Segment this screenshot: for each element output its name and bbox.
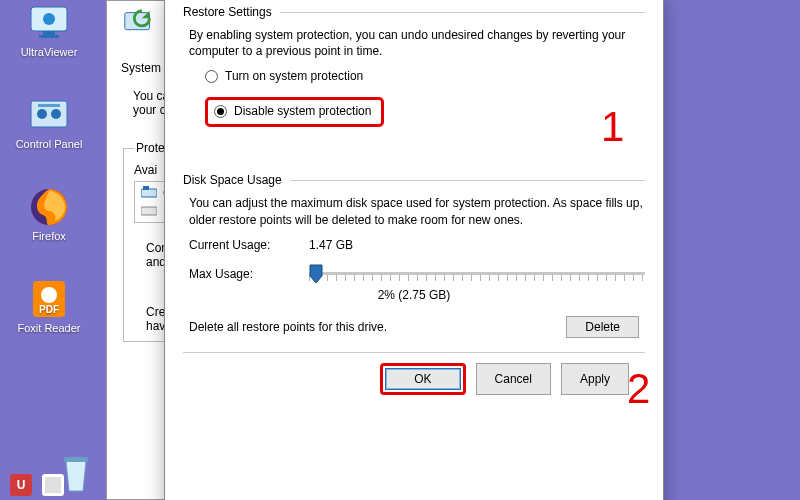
- annotation-marker-2: 2: [627, 365, 650, 413]
- radio-icon: [205, 70, 218, 83]
- annotation-highlight-1: Disable system protection: [205, 97, 384, 127]
- taskbar: U: [0, 470, 110, 500]
- desktop-icon-control-panel[interactable]: Control Panel: [16, 92, 83, 150]
- drive-icon: [141, 204, 157, 218]
- svg-rect-16: [64, 457, 88, 462]
- svg-rect-20: [45, 477, 61, 493]
- max-usage-slider[interactable]: [309, 262, 645, 286]
- svg-point-5: [37, 109, 47, 119]
- current-usage-value: 1.47 GB: [309, 238, 353, 252]
- desktop-icons: UltraViewer Control Panel Firefox PDF Fo…: [6, 0, 92, 334]
- current-usage-label: Current Usage:: [189, 238, 309, 252]
- delete-button[interactable]: Delete: [566, 316, 639, 338]
- svg-rect-15: [141, 207, 157, 215]
- restore-settings-heading: Restore Settings: [183, 5, 272, 19]
- svg-point-10: [41, 287, 57, 303]
- radio-icon: [214, 105, 227, 118]
- svg-text:PDF: PDF: [39, 304, 59, 315]
- radio-label: Disable system protection: [234, 104, 371, 118]
- svg-point-3: [43, 13, 55, 25]
- ok-button[interactable]: OK: [385, 368, 460, 390]
- dialog-footer: OK Cancel Apply: [183, 352, 645, 395]
- ultraviewer-icon: [26, 0, 72, 46]
- disk-usage-heading: Disk Space Usage: [183, 173, 282, 187]
- max-usage-value: 2% (2.75 GB): [183, 288, 645, 302]
- svg-text:U: U: [17, 478, 26, 492]
- max-usage-label: Max Usage:: [189, 267, 309, 281]
- desktop-icon-label: Control Panel: [16, 138, 83, 150]
- system-restore-icon: [121, 5, 159, 43]
- cancel-button[interactable]: Cancel: [476, 363, 551, 395]
- desktop-icon-label: UltraViewer: [21, 46, 78, 58]
- annotation-marker-1: 1: [601, 103, 624, 151]
- desktop-icon-firefox[interactable]: Firefox: [26, 184, 72, 242]
- taskbar-app-icon[interactable]: [42, 474, 64, 496]
- divider: [280, 12, 645, 13]
- control-panel-icon: [26, 92, 72, 138]
- desktop-icon-label: Foxit Reader: [18, 322, 81, 334]
- drive-icon: [141, 186, 157, 200]
- svg-point-6: [51, 109, 61, 119]
- radio-label: Turn on system protection: [225, 69, 363, 83]
- foxit-icon: PDF: [26, 276, 72, 322]
- desktop-icon-label: Firefox: [32, 230, 66, 242]
- svg-rect-14: [143, 186, 149, 190]
- annotation-highlight-2: OK: [380, 363, 465, 395]
- system-protection-configure-dialog: Restore Settings By enabling system prot…: [164, 0, 664, 500]
- restore-settings-description: By enabling system protection, you can u…: [189, 27, 645, 59]
- divider: [290, 180, 645, 181]
- firefox-icon: [26, 184, 72, 230]
- apply-button[interactable]: Apply: [561, 363, 629, 395]
- svg-rect-7: [38, 104, 60, 107]
- delete-restore-points-label: Delete all restore points for this drive…: [189, 320, 387, 334]
- taskbar-app-icon[interactable]: U: [10, 474, 32, 496]
- desktop-icon-ultraviewer[interactable]: UltraViewer: [21, 0, 78, 58]
- svg-rect-2: [39, 35, 59, 38]
- radio-disable-protection[interactable]: Disable system protection: [214, 104, 371, 118]
- radio-turn-on-protection[interactable]: Turn on system protection: [205, 69, 645, 83]
- svg-rect-13: [141, 189, 157, 197]
- slider-thumb[interactable]: [309, 264, 323, 284]
- desktop-icon-foxit[interactable]: PDF Foxit Reader: [18, 276, 81, 334]
- svg-rect-1: [43, 31, 55, 35]
- disk-usage-description: You can adjust the maximum disk space us…: [189, 195, 645, 227]
